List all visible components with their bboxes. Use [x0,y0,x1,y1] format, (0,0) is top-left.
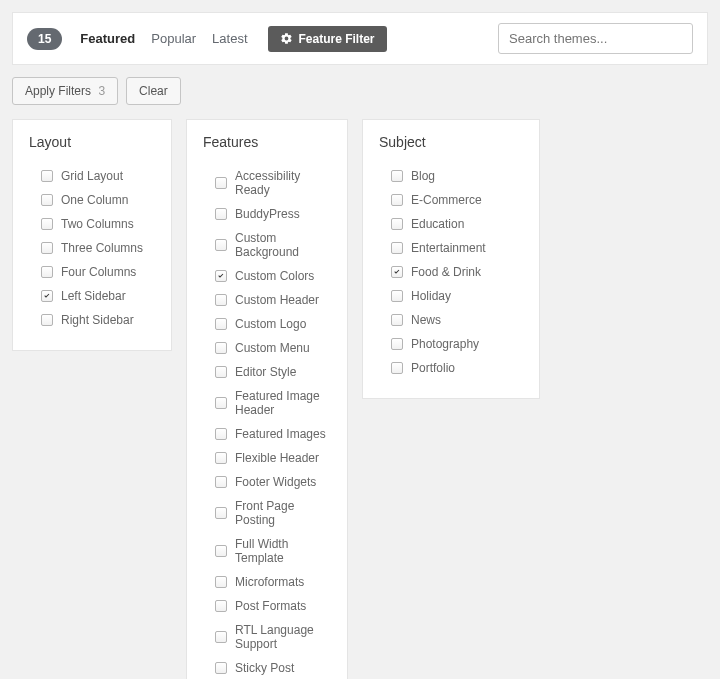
filter-option[interactable]: RTL Language Support [203,618,331,656]
topbar: 15 FeaturedPopularLatest Feature Filter [12,12,708,65]
option-label: Entertainment [411,241,486,255]
checkbox-icon [391,314,403,326]
checkbox-icon [391,170,403,182]
option-label: Editor Style [235,365,296,379]
option-label: Full Width Template [235,537,331,565]
clear-button[interactable]: Clear [126,77,181,105]
filter-option[interactable]: Left Sidebar [29,284,155,308]
actions-row: Apply Filters 3 Clear [12,77,708,105]
filter-option[interactable]: BuddyPress [203,202,331,226]
filter-option[interactable]: Full Width Template [203,532,331,570]
option-label: Custom Colors [235,269,314,283]
checkbox-icon [215,662,227,674]
feature-filter-button[interactable]: Feature Filter [268,26,387,52]
checkbox-icon [215,294,227,306]
option-label: Flexible Header [235,451,319,465]
option-label: Right Sidebar [61,313,134,327]
filter-option[interactable]: Right Sidebar [29,308,155,332]
checkbox-icon [391,362,403,374]
filter-option[interactable]: Custom Logo [203,312,331,336]
filter-option[interactable]: Featured Image Header [203,384,331,422]
filter-option[interactable]: Portfolio [379,356,523,380]
option-label: Holiday [411,289,451,303]
tab-latest[interactable]: Latest [212,31,247,46]
checkbox-icon [41,290,53,302]
option-label: RTL Language Support [235,623,331,651]
option-label: Food & Drink [411,265,481,279]
filter-option[interactable]: Sticky Post [203,656,331,679]
filter-option[interactable]: Custom Menu [203,336,331,360]
checkbox-icon [41,218,53,230]
checkbox-icon [215,270,227,282]
checkbox-icon [391,290,403,302]
checkbox-icon [391,242,403,254]
tab-popular[interactable]: Popular [151,31,196,46]
checkbox-icon [215,631,227,643]
filter-option[interactable]: Grid Layout [29,164,155,188]
filter-columns: Layout Grid LayoutOne ColumnTwo ColumnsT… [12,119,708,679]
filter-option[interactable]: Photography [379,332,523,356]
option-label: Featured Images [235,427,326,441]
checkbox-icon [215,428,227,440]
checkbox-icon [41,266,53,278]
option-label: Accessibility Ready [235,169,331,197]
option-label: BuddyPress [235,207,300,221]
checkbox-icon [215,507,227,519]
filter-option[interactable]: Holiday [379,284,523,308]
filter-option[interactable]: Blog [379,164,523,188]
filter-option[interactable]: Featured Images [203,422,331,446]
filter-option[interactable]: Education [379,212,523,236]
features-heading: Features [203,134,331,150]
filter-option[interactable]: Footer Widgets [203,470,331,494]
checkbox-icon [215,397,227,409]
apply-filters-button[interactable]: Apply Filters 3 [12,77,118,105]
option-label: Four Columns [61,265,136,279]
checkbox-icon [391,218,403,230]
filter-option[interactable]: Custom Background [203,226,331,264]
filter-option[interactable]: Entertainment [379,236,523,260]
filter-option[interactable]: Four Columns [29,260,155,284]
checkbox-icon [215,476,227,488]
filter-option[interactable]: Post Formats [203,594,331,618]
filter-option[interactable]: Food & Drink [379,260,523,284]
theme-count-badge: 15 [27,28,62,50]
filter-option[interactable]: Accessibility Ready [203,164,331,202]
filter-option[interactable]: Microformats [203,570,331,594]
checkbox-icon [215,239,227,251]
option-label: Grid Layout [61,169,123,183]
filter-option[interactable]: Front Page Posting [203,494,331,532]
filter-option[interactable]: One Column [29,188,155,212]
search-input[interactable] [498,23,693,54]
theme-filter-page: 15 FeaturedPopularLatest Feature Filter … [0,0,720,679]
checkbox-icon [41,242,53,254]
option-label: Microformats [235,575,304,589]
features-column: Features Accessibility ReadyBuddyPressCu… [186,119,348,679]
filter-option[interactable]: Editor Style [203,360,331,384]
tab-featured[interactable]: Featured [80,31,135,46]
filter-option[interactable]: News [379,308,523,332]
option-label: One Column [61,193,128,207]
checkbox-icon [391,194,403,206]
option-label: Front Page Posting [235,499,331,527]
option-label: Two Columns [61,217,134,231]
filter-option[interactable]: Three Columns [29,236,155,260]
filter-option[interactable]: Flexible Header [203,446,331,470]
filter-option[interactable]: Custom Header [203,288,331,312]
filter-option[interactable]: E-Commerce [379,188,523,212]
option-label: Custom Header [235,293,319,307]
filter-option[interactable]: Custom Colors [203,264,331,288]
option-label: Custom Background [235,231,331,259]
checkbox-icon [215,342,227,354]
subject-column: Subject BlogE-CommerceEducationEntertain… [362,119,540,399]
checkbox-icon [215,452,227,464]
checkbox-icon [215,177,227,189]
checkbox-icon [391,266,403,278]
filter-option[interactable]: Two Columns [29,212,155,236]
option-label: Sticky Post [235,661,294,675]
option-label: Post Formats [235,599,306,613]
layout-heading: Layout [29,134,155,150]
option-label: Footer Widgets [235,475,316,489]
option-label: Featured Image Header [235,389,331,417]
checkbox-icon [41,170,53,182]
option-label: Left Sidebar [61,289,126,303]
